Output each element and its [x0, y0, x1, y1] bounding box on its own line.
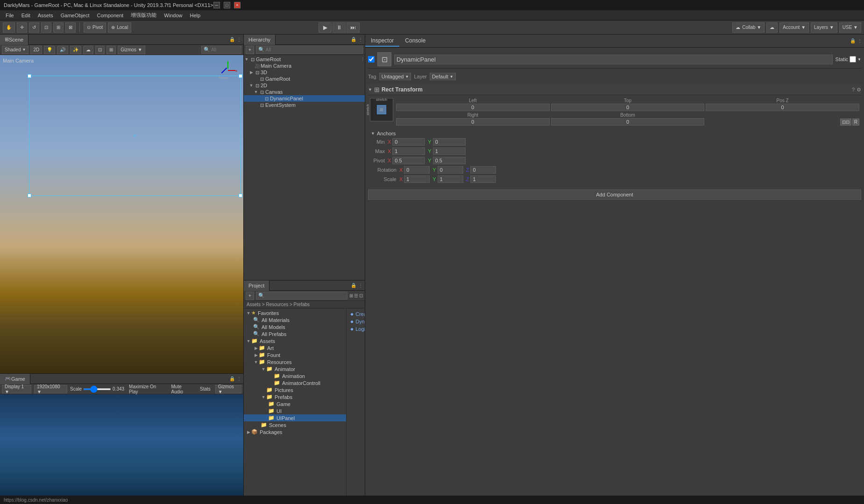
rect-help-icon[interactable]: ?: [852, 87, 855, 93]
stats-button[interactable]: Stats: [198, 386, 212, 392]
pause-button[interactable]: ⏸: [333, 22, 346, 33]
pictures-folder[interactable]: 📁 Pictures: [244, 386, 346, 393]
resolution-dropdown[interactable]: 1920x1080 ▼: [34, 385, 67, 393]
art-folder[interactable]: ▶ 📁 Art: [244, 344, 346, 351]
gameroot-options[interactable]: ⋮: [361, 57, 365, 62]
pivot-y-input[interactable]: [433, 157, 466, 164]
loginpanel-asset[interactable]: ● LoginPanel: [348, 325, 363, 333]
hierarchy-eventsystem[interactable]: ⊡ EventSystem: [244, 102, 365, 108]
rect-reset-icon[interactable]: R: [852, 119, 859, 126]
bottom-input[interactable]: [551, 118, 705, 126]
fount-folder[interactable]: ▶ 📁 Fount: [244, 351, 346, 358]
menu-help[interactable]: Help: [186, 12, 204, 19]
tool-transform[interactable]: ⊠: [65, 22, 76, 33]
scene-light-icon[interactable]: 💡: [44, 46, 55, 54]
top-input[interactable]: [551, 104, 705, 111]
project-view-icon2[interactable]: ☰: [354, 293, 358, 298]
menu-edit[interactable]: Edit: [18, 12, 34, 19]
hierarchy-dynamicpanel[interactable]: ⊡ DynamicPanel: [244, 95, 365, 102]
min-x-input[interactable]: [392, 138, 425, 146]
account-dropdown[interactable]: Account ▼: [779, 22, 809, 33]
anchors-header[interactable]: ▼ Anchors: [371, 130, 858, 137]
project-view-icon3[interactable]: ⊡: [359, 293, 363, 298]
hierarchy-add-button[interactable]: +: [246, 46, 254, 54]
hierarchy-canvas[interactable]: ▼ ⊡ Canvas: [244, 89, 365, 95]
menu-component[interactable]: Component: [93, 12, 127, 19]
dynamicpanel-asset[interactable]: ● DynamicPanel: [348, 318, 363, 325]
scene-effect-icon[interactable]: ✨: [70, 46, 81, 54]
rot-z-input[interactable]: [470, 166, 496, 174]
tag-dropdown[interactable]: Untagged ▼: [379, 73, 411, 80]
collab-dropdown[interactable]: ☁ Collab ▼: [732, 22, 765, 33]
createpanel-asset[interactable]: ● CreatePanel: [348, 310, 363, 318]
hierarchy-more-icon[interactable]: ⋮: [358, 37, 363, 42]
console-tab[interactable]: Console: [399, 35, 431, 47]
pivot-dropdown[interactable]: ⊙ Pivot: [84, 22, 106, 33]
hierarchy-2d[interactable]: ▼ ⊡ 2D: [244, 82, 365, 89]
scene-sky-icon[interactable]: ☁: [83, 46, 93, 54]
tool-scale[interactable]: ⊡: [41, 22, 51, 33]
game-gizmos-dropdown[interactable]: Gizmos ▼: [215, 385, 241, 393]
tool-rect[interactable]: ⊞: [53, 22, 64, 33]
scene-nav-icon[interactable]: ⊞: [106, 46, 116, 54]
minimize-button[interactable]: ─: [213, 2, 220, 8]
game-viewport[interactable]: [0, 394, 243, 504]
rect-transform-header[interactable]: ▼ ⊞ Rect Transform ? ⚙: [368, 84, 861, 95]
scene-lock-icon[interactable]: 🔒: [229, 37, 235, 42]
cloud-button[interactable]: ☁: [766, 22, 778, 33]
rot-x-input[interactable]: [404, 166, 430, 174]
scene-search-input[interactable]: [211, 47, 239, 52]
game-lock-icon[interactable]: 🔒: [229, 376, 235, 381]
add-component-button[interactable]: Add Component: [368, 189, 861, 200]
2d-button[interactable]: 2D: [30, 46, 42, 54]
layers-dropdown[interactable]: Layers ▼: [811, 22, 837, 33]
project-tab[interactable]: Project: [244, 280, 269, 291]
inspector-tab[interactable]: Inspector: [365, 35, 399, 47]
project-search-input[interactable]: [266, 293, 345, 298]
hierarchy-lock-icon[interactable]: 🔒: [351, 37, 356, 42]
game-tab[interactable]: 🎮 Game: [0, 374, 30, 384]
tool-rotate[interactable]: ↺: [29, 22, 39, 33]
max-y-input[interactable]: [433, 147, 466, 155]
animator-folder[interactable]: ▼ 📁 Animator: [244, 365, 346, 372]
tool-move[interactable]: ✛: [17, 22, 27, 33]
scale-slider[interactable]: [83, 388, 111, 390]
display-dropdown[interactable]: Display 1 ▼: [2, 385, 31, 393]
object-active-checkbox[interactable]: [368, 56, 375, 63]
favorites-item[interactable]: ▼ ★ Favorites: [244, 309, 346, 316]
project-add-button[interactable]: +: [246, 292, 254, 300]
hierarchy-search-input[interactable]: [266, 47, 361, 52]
axis-gizmo[interactable]: x y Persp: [216, 59, 240, 82]
inspector-lock-icon[interactable]: 🔒: [850, 38, 856, 43]
scene-audio-icon[interactable]: 🔊: [57, 46, 68, 54]
game-more-icon[interactable]: ⋮: [237, 376, 241, 381]
hierarchy-3d[interactable]: ▶ ⊡ 3D: [244, 69, 365, 76]
stretch-center[interactable]: ⊞: [377, 105, 386, 114]
prefabs-folder[interactable]: ▼ 📁 Prefabs: [244, 393, 346, 400]
menu-assets[interactable]: Assets: [34, 12, 57, 19]
rect-settings-icon[interactable]: ⚙: [857, 87, 861, 93]
uipanel-folder[interactable]: 📁 UIPanel: [244, 414, 346, 421]
packages-item[interactable]: ▶ 📦 Packages: [244, 428, 346, 435]
scene-tab[interactable]: ⊞ Scene: [0, 35, 28, 45]
rect-r-icon[interactable]: ⊡⊡: [840, 119, 851, 126]
shader-dropdown[interactable]: Shaded ▼: [2, 46, 28, 54]
menu-enhanced[interactable]: 增强版功能: [127, 11, 160, 20]
pivot-x-input[interactable]: [392, 157, 425, 164]
scale-y-input[interactable]: [438, 175, 463, 183]
hierarchy-gameroot[interactable]: ▼ ⊡ GameRoot ⋮: [244, 56, 365, 63]
left-input[interactable]: [396, 104, 550, 111]
step-button[interactable]: ⏭: [347, 22, 360, 33]
resources-folder[interactable]: ▼ 📁 Resources: [244, 358, 346, 365]
right-input[interactable]: [396, 118, 550, 126]
layer-dropdown[interactable]: Default ▼: [430, 73, 456, 80]
scene-viewport[interactable]: Main Camera x y Persp: [0, 55, 243, 373]
all-models-item[interactable]: 🔍 All Models: [244, 323, 346, 330]
rot-y-input[interactable]: [438, 166, 463, 174]
scene-anim-icon[interactable]: ⊡: [95, 46, 105, 54]
inspector-more-icon[interactable]: ⋮: [857, 38, 862, 43]
maximize-on-play-button[interactable]: Maximize On Play: [127, 384, 166, 395]
all-prefabs-item[interactable]: 🔍 All Prefabs: [244, 330, 346, 337]
scene-more-icon[interactable]: ⋮: [237, 37, 241, 42]
menu-gameobject[interactable]: GameObject: [57, 12, 93, 19]
